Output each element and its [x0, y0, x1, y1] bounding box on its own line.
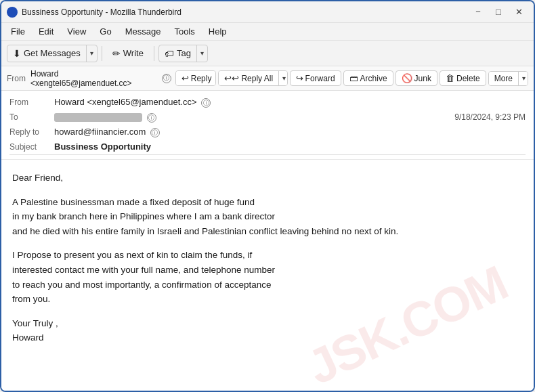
reply-to-value: howard@fiinancier.com ⓘ: [54, 125, 526, 139]
main-content: From Howard <xengtel65@jamenduet.cc> ⓘ ↩…: [1, 66, 534, 392]
closing: Your Truly , Howard: [12, 316, 523, 345]
tag-dropdown[interactable]: ▾: [197, 47, 207, 60]
more-group: More ▾: [488, 71, 528, 86]
to-label: To: [9, 110, 50, 125]
junk-button[interactable]: 🚫 Junk: [395, 70, 437, 86]
write-button[interactable]: ✏ Write: [106, 45, 150, 62]
title-bar: Bussiness Opportunity - Mozilla Thunderb…: [1, 1, 534, 23]
to-info-icon[interactable]: ⓘ: [147, 113, 156, 123]
delete-icon: 🗑: [446, 73, 454, 83]
main-toolbar: ⬇ Get Messages ▾ ✏ Write 🏷 Tag ▾: [1, 41, 534, 66]
menu-file[interactable]: File: [5, 25, 30, 38]
minimize-button[interactable]: −: [469, 5, 488, 19]
tag-icon: 🏷: [165, 48, 174, 59]
more-button[interactable]: More: [489, 72, 518, 85]
reply-button[interactable]: ↩ Reply: [176, 71, 217, 85]
reply-to-info-icon[interactable]: ⓘ: [150, 128, 160, 137]
menu-tools[interactable]: Tools: [169, 25, 200, 38]
tag-group: 🏷 Tag ▾: [158, 45, 208, 62]
sender-info-icon[interactable]: ⓘ: [201, 98, 211, 108]
email-date: 9/18/2024, 9:23 PM: [454, 110, 526, 125]
menu-go[interactable]: Go: [94, 25, 116, 38]
menu-edit[interactable]: Edit: [33, 25, 59, 38]
to-blurred: [54, 113, 142, 122]
get-messages-group: ⬇ Get Messages ▾: [7, 45, 98, 62]
maximize-button[interactable]: □: [489, 5, 508, 19]
email-view: From Howard <xengtel65@jamenduet.cc> ⓘ ↩…: [1, 66, 534, 392]
subject-label: Subject: [9, 139, 50, 154]
subject-row: Subject Bussiness Opportunity: [9, 139, 526, 155]
reply-all-icon: ↩↩: [224, 73, 239, 83]
toolbar-separator-2: [154, 46, 154, 61]
window-controls: − □ ✕: [469, 5, 528, 19]
archive-icon: 🗃: [349, 73, 358, 83]
email-body: JSK.COM Dear Friend, A Palestine busines…: [1, 160, 534, 392]
from-info-icon[interactable]: ⓘ: [162, 74, 171, 83]
junk-icon: 🚫: [402, 73, 412, 83]
action-bar: From Howard <xengtel65@jamenduet.cc> ⓘ ↩…: [1, 66, 534, 91]
menu-bar: File Edit View Go Message Tools Help: [1, 23, 534, 41]
write-icon: ✏: [112, 48, 121, 59]
delete-button[interactable]: 🗑 Delete: [440, 70, 486, 86]
reply-group: ↩ Reply: [175, 70, 217, 86]
forward-button[interactable]: ↪ Forward: [290, 70, 341, 86]
from-row: From Howard <xengtel65@jamenduet.cc> ⓘ: [9, 95, 526, 110]
reply-all-dropdown[interactable]: ▾: [278, 71, 288, 85]
email-content: Dear Friend, A Palestine businessman mad…: [12, 171, 523, 345]
email-header: From Howard <xengtel65@jamenduet.cc> ⓘ T…: [1, 91, 534, 160]
paragraph2: I Propose to present you as next of kin …: [12, 248, 523, 306]
menu-view[interactable]: View: [62, 25, 91, 38]
menu-help[interactable]: Help: [203, 25, 232, 38]
toolbar-separator-1: [102, 46, 102, 61]
tag-button[interactable]: 🏷 Tag: [159, 45, 197, 62]
app-icon: [7, 7, 18, 18]
get-messages-button[interactable]: ⬇ Get Messages: [7, 45, 87, 62]
more-dropdown[interactable]: ▾: [518, 72, 528, 85]
close-button[interactable]: ✕: [509, 5, 528, 19]
menu-message[interactable]: Message: [120, 25, 167, 38]
subject-value: Bussiness Opportunity: [54, 139, 526, 154]
reply-to-row: Reply to howard@fiinancier.com ⓘ: [9, 125, 526, 139]
to-value: ⓘ: [54, 110, 450, 125]
paragraph1: A Palestine businessman made a fixed dep…: [12, 195, 523, 239]
window-title: Bussiness Opportunity - Mozilla Thunderb…: [22, 7, 469, 17]
from-value-action: Howard <xengtel65@jamenduet.cc>: [30, 69, 158, 88]
reply-all-group: ↩↩ Reply All ▾: [218, 70, 287, 86]
get-messages-dropdown[interactable]: ▾: [87, 47, 97, 60]
archive-button[interactable]: 🗃 Archive: [343, 70, 393, 86]
get-messages-icon: ⬇: [13, 48, 21, 59]
forward-icon: ↪: [296, 73, 303, 83]
reply-all-button[interactable]: ↩↩ Reply All: [219, 71, 278, 85]
reply-icon: ↩: [181, 73, 189, 83]
from-value: Howard <xengtel65@jamenduet.cc> ⓘ: [54, 95, 526, 110]
reply-to-label: Reply to: [9, 125, 50, 139]
greeting: Dear Friend,: [12, 171, 523, 186]
from-label: From: [9, 95, 50, 110]
to-row: To ⓘ 9/18/2024, 9:23 PM: [9, 110, 526, 125]
from-label-action: From: [7, 74, 26, 83]
